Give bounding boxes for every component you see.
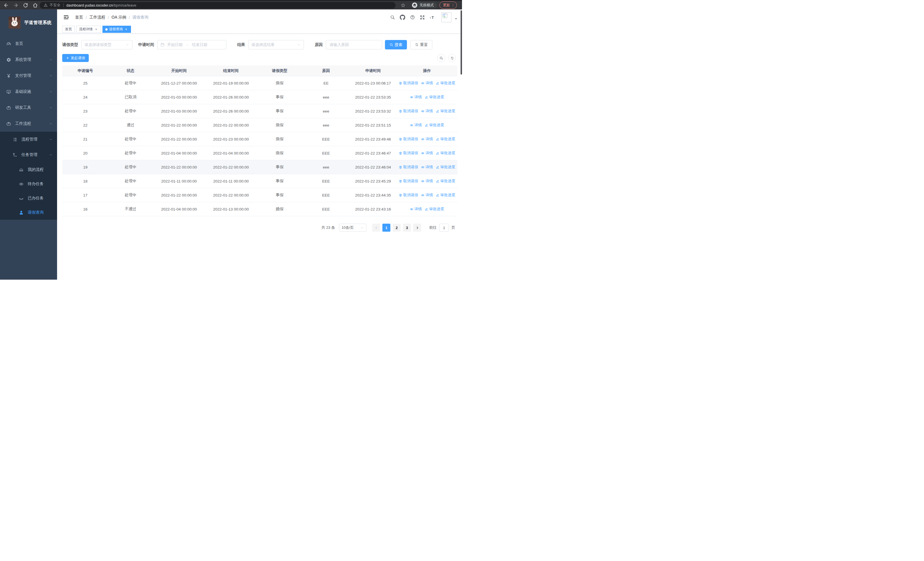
sidebar-item-label: 任务管理 xyxy=(21,152,38,157)
cell-type: 事假 xyxy=(256,188,303,202)
detail-action-link[interactable]: 详情 xyxy=(421,150,433,156)
edit-icon xyxy=(424,123,428,127)
caret-down-icon[interactable] xyxy=(454,17,458,20)
cell-reason: EEE xyxy=(303,174,350,188)
apply-time-range-picker[interactable]: 开始日期 - 结束日期 xyxy=(157,40,226,50)
detail-action-link[interactable]: 详情 xyxy=(421,164,433,170)
sidebar-item-infra[interactable]: 基础设施 xyxy=(0,84,57,100)
progress-action-link[interactable]: 审批进度 xyxy=(436,179,455,183)
cancel-action-link[interactable]: 取消请假 xyxy=(399,137,418,142)
result-select[interactable]: 请选择流结果 xyxy=(248,40,304,50)
cell-applied: 2022-01-22 23:44:35 xyxy=(350,188,397,202)
toggle-search-button[interactable] xyxy=(437,54,445,62)
breadcrumb-item[interactable]: 首页 xyxy=(75,15,83,20)
detail-action-link[interactable]: 详情 xyxy=(421,108,433,114)
cell-reason: eee xyxy=(303,90,350,104)
detail-action-link[interactable]: 详情 xyxy=(410,206,422,212)
progress-action-link[interactable]: 审批进度 xyxy=(436,164,455,170)
hamburger-icon[interactable] xyxy=(63,14,69,20)
reload-icon[interactable] xyxy=(23,3,28,8)
update-button[interactable]: 更新 xyxy=(440,2,457,9)
reset-button[interactable]: 重置 xyxy=(410,40,432,50)
toolbar-right xyxy=(437,54,456,62)
progress-action-link[interactable]: 审批进度 xyxy=(424,123,444,128)
page-button-2[interactable]: 2 xyxy=(393,224,400,232)
action-label: 详情 xyxy=(414,206,422,212)
tab-home[interactable]: 首页 xyxy=(62,26,75,33)
sidebar-item-leave-query[interactable]: 请假查询 xyxy=(0,205,57,220)
scrollbar-thumb[interactable] xyxy=(460,10,462,75)
column-header: 申请时间 xyxy=(350,65,397,76)
tab-close-icon[interactable]: × xyxy=(124,27,128,32)
breadcrumb-item[interactable]: 工作流程 xyxy=(89,15,105,20)
avatar[interactable] xyxy=(441,12,452,22)
sidebar-item-payment[interactable]: 支付管理 xyxy=(0,68,57,84)
next-page-button[interactable] xyxy=(413,224,421,232)
breadcrumb-item[interactable]: OA 示例 xyxy=(112,15,126,20)
detail-action-link[interactable]: 详情 xyxy=(421,81,433,86)
cancel-action-link[interactable]: 取消请假 xyxy=(399,150,418,156)
progress-action-link[interactable]: 审批进度 xyxy=(424,95,444,100)
cancel-action-link[interactable]: 取消请假 xyxy=(399,81,418,86)
address-bar[interactable]: 不安全 dashboard.yudao.iocoder.cn/bpm/oa/le… xyxy=(40,2,396,9)
detail-action-link[interactable]: 详情 xyxy=(410,95,422,100)
search-icon[interactable] xyxy=(390,15,395,20)
detail-action-link[interactable]: 详情 xyxy=(421,179,433,183)
progress-action-link[interactable]: 审批进度 xyxy=(436,137,455,142)
page-button-3[interactable]: 3 xyxy=(403,224,411,232)
prev-page-button[interactable] xyxy=(372,224,380,232)
sidebar-item-todo-tasks[interactable]: 待办任务 xyxy=(0,177,57,191)
page-size-select[interactable]: 10条/页 xyxy=(339,224,366,232)
progress-action-link[interactable]: 审批进度 xyxy=(436,193,455,198)
action-label: 详情 xyxy=(426,193,433,198)
sidebar-item-home[interactable]: 首页 xyxy=(0,36,57,52)
cell-type: 病假 xyxy=(256,132,303,146)
help-icon[interactable] xyxy=(410,15,415,20)
bookmark-star-icon[interactable] xyxy=(400,3,405,8)
tab-leave-query[interactable]: 请假查询× xyxy=(102,26,131,33)
back-icon[interactable] xyxy=(3,3,9,8)
action-label: 审批进度 xyxy=(440,179,455,183)
tab-close-icon[interactable]: × xyxy=(94,27,98,32)
search-button[interactable]: 搜索 xyxy=(385,40,407,50)
action-label: 审批进度 xyxy=(440,137,455,142)
sidebar-item-devtools[interactable]: 研发工具 xyxy=(0,100,57,116)
forward-icon[interactable] xyxy=(13,3,18,8)
progress-action-link[interactable]: 审批进度 xyxy=(436,81,455,86)
font-size-icon[interactable]: tT xyxy=(430,15,435,20)
cancel-action-link[interactable]: 取消请假 xyxy=(399,179,418,183)
cancel-action-link[interactable]: 取消请假 xyxy=(399,193,418,198)
cell-applied: 2022-01-22 23:46:47 xyxy=(350,146,397,160)
detail-action-link[interactable]: 详情 xyxy=(421,137,433,142)
page-button-1[interactable]: 1 xyxy=(382,224,390,232)
sidebar-item-my-process[interactable]: 我的流程 xyxy=(0,162,57,177)
home-icon[interactable] xyxy=(33,3,38,8)
cancel-action-link[interactable]: 取消请假 xyxy=(399,108,418,114)
sidebar-item-done-tasks[interactable]: 已办任务 xyxy=(0,191,57,205)
progress-action-link[interactable]: 审批进度 xyxy=(436,150,455,156)
cell-type: 病假 xyxy=(256,146,303,160)
goto-page-input[interactable] xyxy=(439,224,449,232)
refresh-table-button[interactable] xyxy=(448,54,456,62)
logo-link[interactable]: 芋道管理系统 xyxy=(0,9,57,36)
cell-applied: 2022-01-22 23:45:29 xyxy=(350,174,397,188)
github-icon[interactable] xyxy=(400,15,405,20)
sidebar-item-system[interactable]: 系统管理 xyxy=(0,52,57,68)
cancel-action-link[interactable]: 取消请假 xyxy=(399,164,418,170)
breadcrumb-item: 请假查询 xyxy=(132,15,148,20)
progress-action-link[interactable]: 审批进度 xyxy=(424,206,444,212)
create-leave-button[interactable]: 发起请假 xyxy=(62,54,89,62)
tab-process-detail[interactable]: 流程详情× xyxy=(76,26,101,33)
leave-type-select[interactable]: 请选择请假类型 xyxy=(81,40,132,50)
detail-action-link[interactable]: 详情 xyxy=(410,123,422,128)
breadcrumb-separator: / xyxy=(86,15,87,20)
progress-action-link[interactable]: 审批进度 xyxy=(436,108,455,114)
eye-closed-icon xyxy=(19,196,24,201)
sidebar-item-workflow[interactable]: 工作流程 xyxy=(0,116,57,132)
fullscreen-icon[interactable] xyxy=(420,15,425,20)
edit-icon xyxy=(436,193,440,197)
detail-action-link[interactable]: 详情 xyxy=(421,193,433,198)
sidebar-item-process-mgmt[interactable]: 流程管理 xyxy=(0,132,57,147)
reason-input[interactable] xyxy=(326,40,382,50)
sidebar-item-task-mgmt[interactable]: 任务管理 xyxy=(0,147,57,162)
